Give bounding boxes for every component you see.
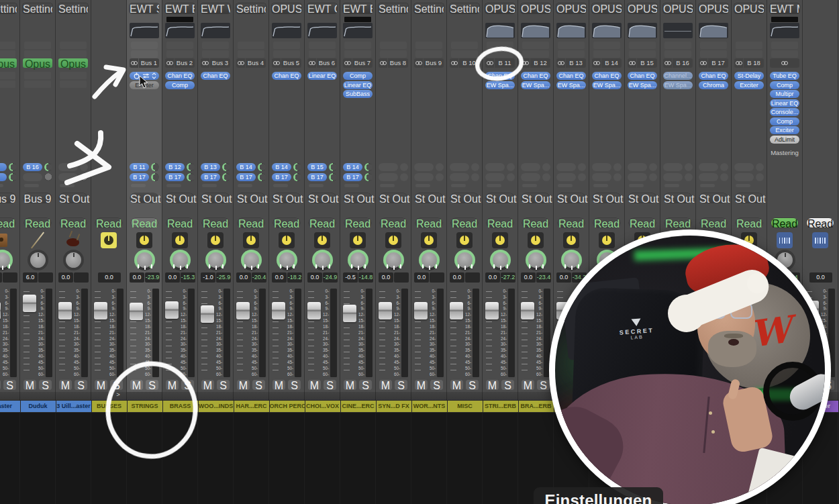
mute-button[interactable]: M: [237, 380, 250, 390]
output-slot[interactable]: St Out: [664, 193, 692, 203]
pan-knob[interactable]: [419, 250, 440, 270]
send-slot[interactable]: [734, 163, 754, 171]
track-icon[interactable]: [279, 232, 295, 248]
fader-cap[interactable]: [485, 302, 499, 319]
plugin-button[interactable]: Linear EQ: [343, 81, 373, 89]
solo-button[interactable]: S: [501, 380, 514, 390]
solo-button[interactable]: S: [537, 380, 550, 390]
eq-thumbnail[interactable]: [663, 23, 693, 38]
fader-cap[interactable]: [272, 302, 285, 319]
output-slot[interactable]: St Out: [593, 193, 621, 203]
output-slot[interactable]: St Out: [379, 193, 407, 203]
output-slot[interactable]: St Out: [237, 193, 265, 203]
send-level-knob[interactable]: [471, 173, 479, 181]
automation-mode-button[interactable]: Read: [522, 218, 549, 228]
send-level-knob[interactable]: [293, 163, 301, 171]
output-slot[interactable]: St Out: [735, 193, 763, 203]
peak-level-value[interactable]: -15.3: [181, 272, 195, 283]
pan-knob[interactable]: [348, 250, 368, 270]
fader-cap[interactable]: [165, 301, 179, 319]
input-slot[interactable]: Bus 9: [414, 58, 444, 68]
instrument-slot[interactable]: Opus: [23, 58, 52, 68]
volume-value[interactable]: 0.0: [165, 272, 180, 283]
send-slot[interactable]: [734, 173, 754, 181]
send-level-knob[interactable]: [471, 163, 479, 171]
mute-button[interactable]: M: [379, 380, 392, 390]
output-slot[interactable]: St Out: [699, 193, 728, 203]
send-level-knob[interactable]: [222, 163, 230, 171]
send-slot[interactable]: [379, 163, 398, 171]
fader-cap[interactable]: [0, 302, 1, 319]
input-slot[interactable]: B 17: [699, 58, 728, 68]
eq-thumbnail[interactable]: [485, 23, 515, 38]
output-slot[interactable]: St Out: [486, 193, 514, 203]
send-slot[interactable]: [699, 163, 718, 171]
eq-thumbnail[interactable]: [130, 23, 159, 38]
send-level-knob[interactable]: [436, 163, 444, 171]
mute-button[interactable]: M: [130, 380, 143, 390]
volume-value[interactable]: 0.0: [130, 272, 144, 283]
output-slot[interactable]: St Out: [59, 193, 87, 203]
send-slot[interactable]: [58, 173, 78, 181]
volume-value[interactable]: 0.0: [307, 272, 322, 283]
send-level-knob[interactable]: [364, 173, 373, 181]
plugin-button[interactable]: Comp: [343, 72, 373, 80]
peak-level-value[interactable]: [394, 272, 409, 283]
plugin-button[interactable]: EW Spa...: [663, 81, 693, 89]
mute-button[interactable]: M: [486, 380, 499, 390]
mute-button[interactable]: M: [23, 380, 36, 390]
send-slot[interactable]: [556, 173, 576, 181]
automation-mode-button[interactable]: Read: [344, 218, 371, 228]
peak-level-value[interactable]: [3, 272, 17, 283]
send-level-knob[interactable]: [187, 163, 195, 171]
plugin-button[interactable]: Chan EQ: [699, 72, 728, 80]
track-icon[interactable]: [563, 232, 579, 248]
track-name[interactable]: WOO...INDS: [199, 401, 234, 412]
channel-setting-button[interactable]: EWT W...: [201, 3, 230, 13]
volume-value[interactable]: 0.0: [521, 272, 536, 283]
send-level-knob[interactable]: [436, 173, 444, 181]
channel-setting-button[interactable]: OPUS A...: [699, 3, 728, 13]
plugin-button[interactable]: Chan EQ: [165, 72, 195, 80]
automation-mode-button[interactable]: Read: [60, 218, 87, 228]
send-slot[interactable]: [450, 163, 469, 171]
send-slot[interactable]: B 13: [201, 163, 220, 171]
automation-mode-button[interactable]: Read: [380, 218, 407, 228]
automation-mode-button[interactable]: Read: [202, 218, 229, 228]
eq-thumbnail[interactable]: [770, 23, 799, 38]
pan-knob[interactable]: [383, 250, 404, 270]
send-level-knob[interactable]: [187, 173, 195, 181]
track-icon[interactable]: [812, 232, 828, 248]
track-name[interactable]: Duduk: [21, 401, 56, 412]
eq-thumbnail[interactable]: [699, 23, 728, 38]
pan-knob[interactable]: [205, 250, 226, 270]
channel-setting-button[interactable]: Setting: [379, 3, 408, 13]
send-slot[interactable]: [628, 173, 647, 181]
output-slot[interactable]: St Out: [308, 193, 336, 203]
peak-level-value[interactable]: -24.9: [323, 272, 338, 283]
mute-button[interactable]: M: [273, 380, 285, 390]
send-level-knob[interactable]: [293, 173, 301, 181]
eq-thumbnail[interactable]: [628, 23, 657, 38]
plugin-button[interactable]: EW Spa...: [592, 81, 622, 89]
channel-setting-button[interactable]: Setting: [450, 3, 479, 13]
send-level-knob[interactable]: [80, 173, 88, 181]
eq-thumbnail[interactable]: [307, 23, 337, 38]
send-level-knob[interactable]: [613, 173, 622, 181]
volume-value[interactable]: 0.0: [485, 272, 500, 283]
output-slot[interactable]: St Out: [557, 193, 585, 203]
volume-value[interactable]: 0.0: [98, 272, 121, 283]
input-slot[interactable]: B 15: [628, 58, 657, 68]
send-slot[interactable]: B 17: [165, 173, 185, 181]
pan-knob[interactable]: [490, 250, 511, 270]
track-icon[interactable]: [101, 232, 117, 248]
channel-setting-button[interactable]: OPUS W...: [556, 3, 586, 13]
peak-level-value[interactable]: [465, 272, 480, 283]
mute-button[interactable]: M: [308, 380, 321, 390]
send-slot[interactable]: B 17: [343, 173, 362, 181]
send-slot[interactable]: [485, 163, 505, 171]
solo-button[interactable]: S: [252, 380, 265, 390]
fader-cap[interactable]: [236, 302, 250, 319]
volume-value[interactable]: 0.0: [450, 272, 464, 283]
plugin-button[interactable]: Tube EQ: [770, 72, 799, 80]
